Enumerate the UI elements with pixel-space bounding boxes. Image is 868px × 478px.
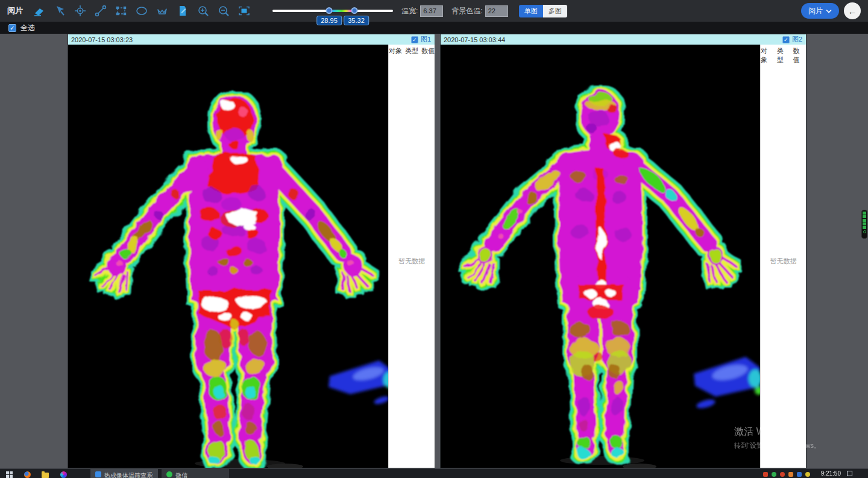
panel-2-empty-text: 暂无数据 [761,257,806,266]
windows-taskbar: 热成像体温筛查系统 微信 9:21:50 [0,468,868,478]
panel-2-checkbox[interactable] [782,36,790,43]
reading-mode-label: 阅片 [808,6,823,16]
back-arrow-icon: ← [848,6,857,16]
tray-icon-5[interactable] [797,472,802,477]
panel-2-table-header: 对象 类型 数值 [761,45,806,64]
slider-handle-high[interactable] [351,7,358,14]
view-toggle: 单图 多图 [519,5,567,17]
taskbar-app-thermal-system[interactable]: 热成像体温筛查系统 [90,469,158,478]
ellipse-tool-icon[interactable] [134,3,149,19]
slider-high-value: 35.32 [344,16,369,25]
select-all-checkbox[interactable] [8,24,16,32]
slider-low-value: 28.95 [316,16,342,25]
col-value: 数值 [421,46,435,55]
taskbar-app-2-label: 微信 [175,471,187,478]
temp-width-field: 温宽: [401,5,443,17]
tray-icon-3[interactable] [780,472,785,477]
thermal-review-app: { "toolbar": { "mode_label": "阅片", "tool… [0,0,868,478]
tray-icon-2[interactable] [772,472,776,477]
col-type: 类型 [405,46,418,55]
taskbar-clock[interactable]: 9:21:50 [821,469,841,477]
panel-1-measurement-table: 对象 类型 数值 暂无数据 [388,45,435,468]
file-explorer-icon[interactable] [36,469,54,478]
eraser-icon[interactable] [31,3,47,19]
panel-2-body: 对象 类型 数值 暂无数据 [441,45,806,468]
tool-group [31,3,252,19]
battery-level-widget[interactable] [861,210,867,239]
tray-icon-4[interactable] [788,472,793,477]
back-button[interactable]: ← [844,2,861,19]
browser-icon[interactable] [18,469,36,478]
line-measure-icon[interactable] [93,3,108,19]
chevron-down-icon [826,9,832,13]
floor-reflection [560,456,656,468]
battery-indicator-dot [863,230,866,233]
thermal-image-2[interactable] [441,45,760,468]
temperature-range-slider: 28.95 35.32 [272,0,393,22]
rect-select-icon[interactable] [113,3,129,19]
select-all-label: 全选 [20,23,35,33]
zoom-out-icon[interactable] [216,3,231,19]
selection-bar: 全选 [0,22,868,34]
polygon-tool-icon[interactable] [154,3,170,19]
col-object: 对象 [389,46,402,55]
notification-center-icon[interactable] [847,471,852,476]
reading-mode-dropdown[interactable]: 阅片 [801,3,839,19]
panel-1-header: 2020-07-15 03:03:23 图1 [68,34,435,45]
taskbar-app-wechat[interactable]: 微信 [162,469,229,478]
temp-width-input[interactable] [420,5,443,17]
thermal-panel-2: 2020-07-15 03:03:44 图2 [440,34,807,468]
col-object: 对象 [761,46,774,64]
toolbar-right-group: 阅片 ← [801,2,861,19]
taskbar-app-1-label: 热成像体温筛查系统 [104,471,153,478]
temp-width-label: 温宽: [401,6,418,16]
panel-2-header: 2020-07-15 03:03:44 图2 [441,34,806,45]
panel-1-timestamp: 2020-07-15 03:03:23 [71,36,133,43]
start-button[interactable] [0,469,18,478]
panel-2-timestamp: 2020-07-15 03:03:44 [444,36,505,43]
point-marker-icon[interactable] [72,3,88,19]
bg-color-temp-label: 背景色温: [451,6,482,16]
bg-color-temp-input[interactable] [485,5,508,17]
cool-bench-object [329,360,388,406]
cursor-icon[interactable] [52,3,68,19]
single-view-button[interactable]: 单图 [519,5,543,17]
thermal-body-back [465,90,736,459]
wechat-app-icon [166,471,172,477]
tray-icon-6[interactable] [805,472,810,477]
mode-label: 阅片 [7,5,23,16]
thermal-image-1[interactable] [68,45,388,468]
media-app-icon[interactable] [54,469,72,478]
panel-1-table-header: 对象 类型 数值 [389,45,435,55]
slider-handle-low[interactable] [326,7,333,14]
top-toolbar: 阅片 [0,0,868,22]
panel-1-body: 对象 类型 数值 暂无数据 [68,45,435,468]
panel-1-empty-text: 暂无数据 [389,257,435,266]
multi-view-button[interactable]: 多图 [543,5,567,17]
cool-bench-object [694,357,760,410]
fit-screen-icon[interactable] [236,3,252,19]
bg-color-temp-field: 背景色温: [451,5,508,17]
report-icon[interactable] [175,3,190,19]
panel-1-tag: 图1 [421,35,431,44]
panel-2-tag: 图2 [792,35,802,44]
col-type: 类型 [777,46,790,64]
panel-2-measurement-table: 对象 类型 数值 暂无数据 [760,45,806,468]
col-value: 数值 [793,46,806,64]
system-tray [763,469,814,477]
thermal-app-icon [95,471,101,477]
zoom-in-icon[interactable] [195,3,211,19]
tray-icon-1[interactable] [763,472,768,477]
panel-1-checkbox[interactable] [411,36,418,43]
thermal-panel-1: 2020-07-15 03:03:23 图1 [68,34,435,468]
thermal-body-front [96,95,373,467]
windows-logo-icon [6,471,13,478]
